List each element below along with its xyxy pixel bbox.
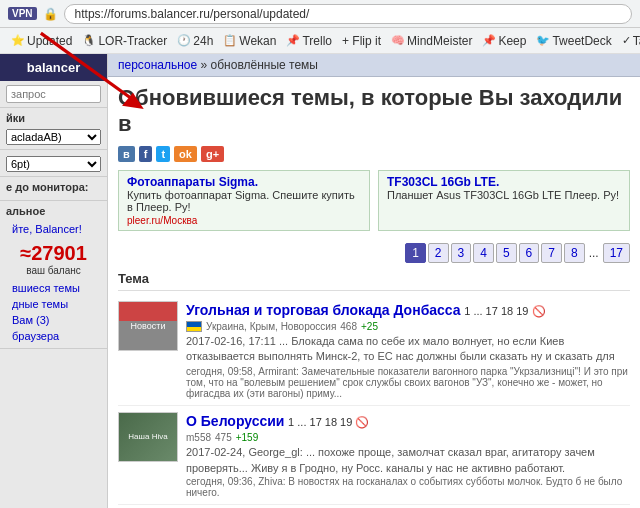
social-ok[interactable]: ok <box>174 146 197 162</box>
main-content: персональное » обновлённые темы Обновивш… <box>108 54 640 508</box>
breadcrumb-home[interactable]: персональное <box>118 58 197 72</box>
sidebar-link-messages[interactable]: Вам (3) <box>6 312 101 328</box>
topic-today-1: сегодня, 09:58, Armirant: Замечательные … <box>186 366 630 399</box>
page-btn-1[interactable]: 1 <box>405 243 426 263</box>
page-title: Обновившиеся темы, в которые Вы заходили… <box>108 77 640 142</box>
topic-body-1: Угольная и торговая блокада Донбасса 1 .… <box>186 301 630 399</box>
bookmark-tasks[interactable]: ✓ Tasks <box>619 33 640 49</box>
ad-box-1: Фотоаппараты Sigma. Купить фотоаппарат S… <box>118 170 370 231</box>
breadcrumb: персональное » обновлённые темы <box>108 54 640 77</box>
bookmark-mindmeister[interactable]: 🧠 MindMeister <box>388 33 475 49</box>
topic-views-1: 468 <box>340 321 357 332</box>
bookmark-keep[interactable]: 📌 Keep <box>479 33 529 49</box>
sidebar-personal: альное йте, Balancer! ≈27901 ваш баланс … <box>0 201 107 349</box>
greeting-text: йте, Balancer! <box>12 223 82 235</box>
url-bar[interactable]: https://forums.balancer.ru/personal/upda… <box>64 4 632 24</box>
site-logo[interactable]: balancer <box>0 54 107 81</box>
section-select-1[interactable]: acladaAB) <box>6 129 101 145</box>
topic-ignore-2[interactable]: 🚫 <box>355 416 369 428</box>
bookmarks-bar: ⭐ Updated 🐧 LOR-Tracker 🕐 24h 📋 Wekan 📌 … <box>0 28 640 54</box>
search-input[interactable] <box>6 85 101 103</box>
mind-icon: 🧠 <box>391 34 405 47</box>
page-dots: ... <box>587 246 601 260</box>
sidebar-link-updated[interactable]: вшиеся темы <box>6 280 101 296</box>
topics-section: Тема Новости Угольная и торговая блокада… <box>108 267 640 508</box>
topic-plus-2: +159 <box>236 432 259 443</box>
page-btn-6[interactable]: 6 <box>519 243 540 263</box>
breadcrumb-separator: » <box>201 58 208 72</box>
topic-views-2: 475 <box>215 432 232 443</box>
page-btn-4[interactable]: 4 <box>473 243 494 263</box>
pagination: 1 2 3 4 5 6 7 8 ... 17 <box>108 239 640 267</box>
topic-title-2[interactable]: О Белоруссии <box>186 413 284 429</box>
check-icon: ✓ <box>622 34 631 47</box>
topic-location-1: Украина, Крым, Новороссия <box>206 321 336 332</box>
section-title-monitor: е до монитора: <box>6 181 101 193</box>
topic-body-2: О Белоруссии 1 ... 17 18 19 🚫 m558 475 +… <box>186 412 630 498</box>
topic-user-2: m558 <box>186 432 211 443</box>
page-btn-2[interactable]: 2 <box>428 243 449 263</box>
bookmark-tweetdeck[interactable]: 🐦 TweetDeck <box>533 33 614 49</box>
balance-amount: ≈27901 <box>6 242 101 265</box>
page-btn-7[interactable]: 7 <box>541 243 562 263</box>
topic-title-1[interactable]: Угольная и торговая блокада Донбасса <box>186 302 461 318</box>
social-row: в f t ok g+ <box>108 142 640 166</box>
bookmark-lor[interactable]: 🐧 LOR-Tracker <box>79 33 170 49</box>
sidebar-search-area <box>0 81 107 108</box>
board-icon: 📋 <box>223 34 237 47</box>
topic-thumb-1: Новости <box>118 301 178 351</box>
social-fb[interactable]: f <box>139 146 153 162</box>
ad-link-1[interactable]: pleer.ru/Москва <box>127 215 361 226</box>
page-btn-17[interactable]: 17 <box>603 243 630 263</box>
bookmark-trello[interactable]: 📌 Trello <box>283 33 335 49</box>
ad-text-1: Купить фотоаппарат Sigma. Спешите купить… <box>127 189 361 213</box>
ad-box-2: TF303CL 16Gb LTE. Планшет Asus TF303CL 1… <box>378 170 630 231</box>
balance-label: ваш баланс <box>6 265 101 276</box>
topic-excerpt-1: 2017-02-16, 17:11 ... Блокада сама по се… <box>186 334 630 366</box>
topic-meta-1: Украина, Крым, Новороссия 468 +25 <box>186 321 630 332</box>
ad-title-2[interactable]: TF303CL 16Gb LTE. <box>387 175 621 189</box>
section-select-2[interactable]: 6pt) <box>6 156 101 172</box>
bookmark-24h[interactable]: 🕐 24h <box>174 33 216 49</box>
topic-pages-1: 1 ... 17 18 19 <box>464 305 531 317</box>
bookmark-flipit[interactable]: + Flip it <box>339 33 384 49</box>
table-row: Новости Угольная и торговая блокада Донб… <box>118 295 630 406</box>
sidebar-section-1: йки acladaAB) <box>0 108 107 150</box>
social-vk[interactable]: в <box>118 146 135 162</box>
sidebar-greeting: йте, Balancer! <box>6 220 101 238</box>
topic-ignore-1[interactable]: 🚫 <box>532 305 546 317</box>
topic-plus-1: +25 <box>361 321 378 332</box>
keep-icon: 📌 <box>482 34 496 47</box>
social-tw[interactable]: t <box>156 146 170 162</box>
lock-icon: 🔒 <box>43 7 58 21</box>
ad-text-2: Планшет Asus TF303CL 16Gb LTE Плеер. Ру! <box>387 189 621 201</box>
page-btn-5[interactable]: 5 <box>496 243 517 263</box>
bookmark-wekan[interactable]: 📋 Wekan <box>220 33 279 49</box>
clock-icon: 🕐 <box>177 34 191 47</box>
ukraine-flag-icon <box>186 321 202 332</box>
twitter-icon: 🐦 <box>536 34 550 47</box>
topic-pages-2: 1 ... 17 18 19 <box>288 416 355 428</box>
social-gplus[interactable]: g+ <box>201 146 224 162</box>
sidebar-section-2: 6pt) <box>0 150 107 177</box>
sidebar-link-starred[interactable]: дные темы <box>6 296 101 312</box>
star-icon: ⭐ <box>11 34 25 47</box>
page-btn-8[interactable]: 8 <box>564 243 585 263</box>
penguin-icon: 🐧 <box>82 34 96 47</box>
topic-thumb-2: Наша Нiva <box>118 412 178 462</box>
ad-title-1[interactable]: Фотоаппараты Sigma. <box>127 175 361 189</box>
sidebar-link-browser[interactable]: браузера <box>6 328 101 344</box>
vpn-badge: VPN <box>8 7 37 20</box>
table-row: Наша Нiva О Белоруссии 1 ... 17 18 19 🚫 … <box>118 406 630 505</box>
topic-today-2: сегодня, 09:36, Zhiva: В новостях на гос… <box>186 476 630 498</box>
browser-bar: VPN 🔒 https://forums.balancer.ru/persona… <box>0 0 640 28</box>
sidebar-section-monitor: е до монитора: <box>0 177 107 201</box>
ads-row: Фотоаппараты Sigma. Купить фотоаппарат S… <box>108 166 640 235</box>
topic-meta-2: m558 475 +159 <box>186 432 630 443</box>
bookmark-updated[interactable]: ⭐ Updated <box>8 33 75 49</box>
page-btn-3[interactable]: 3 <box>451 243 472 263</box>
trello-icon: 📌 <box>286 34 300 47</box>
breadcrumb-current: обновлённые темы <box>211 58 318 72</box>
topics-header: Тема <box>118 267 630 291</box>
section-title-1: йки <box>6 112 101 124</box>
